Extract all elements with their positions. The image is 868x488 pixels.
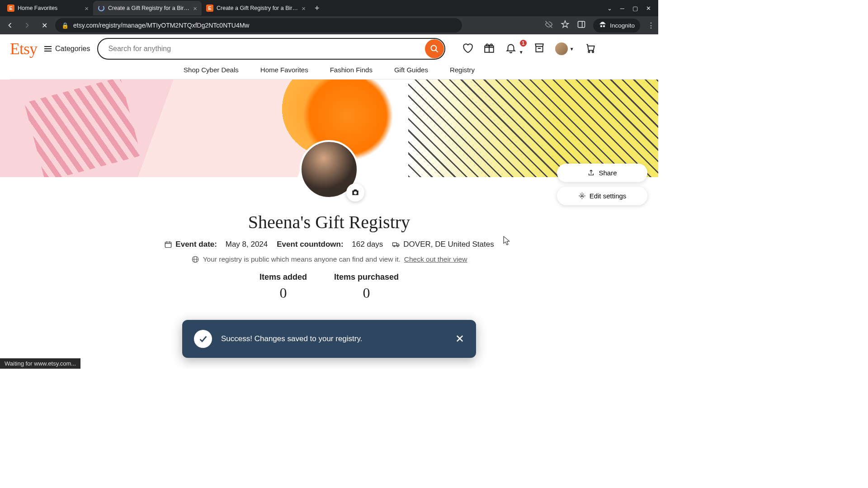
site-header: Etsy Categories 1 ▼ ▼ (0, 34, 658, 80)
svg-rect-0 (578, 21, 585, 27)
favorites-button[interactable] (462, 42, 473, 56)
view-public-link[interactable]: Check out their view (404, 255, 467, 263)
url-text: etsy.com/registry/manage/MTIyOTM2NTQxfDg… (73, 22, 249, 29)
close-tab-icon[interactable]: × (302, 5, 306, 12)
svg-point-2 (431, 46, 437, 51)
hamburger-icon (44, 46, 52, 52)
incognito-label: Incognito (610, 22, 635, 29)
search-container (97, 38, 445, 60)
reload-stop-button[interactable]: ✕ (38, 19, 51, 32)
search-input[interactable] (97, 38, 445, 60)
browser-tab[interactable]: E Home Favorites × (3, 1, 93, 15)
chevron-down-icon: ▼ (519, 50, 524, 55)
truck-icon (392, 240, 400, 249)
etsy-logo[interactable]: Etsy (10, 39, 37, 58)
loading-favicon (98, 5, 105, 12)
close-window-icon[interactable]: ✕ (646, 5, 651, 12)
incognito-icon (599, 21, 607, 30)
browser-tab-active[interactable]: Create a Gift Registry for a Birth… × (93, 1, 202, 15)
change-photo-button[interactable] (346, 183, 364, 202)
minimize-icon[interactable]: ─ (620, 5, 624, 12)
registry-title: Sheena's Gift Registry (0, 211, 658, 233)
event-location: DOVER, DE United States (392, 240, 494, 249)
checkmark-icon (194, 330, 212, 348)
close-tab-icon[interactable]: × (85, 5, 89, 12)
svg-point-16 (394, 245, 395, 247)
account-button[interactable]: ▼ (555, 42, 574, 55)
shop-button[interactable] (533, 42, 545, 56)
nav-fashion-finds[interactable]: Fashion Finds (330, 66, 373, 74)
categories-button[interactable]: Categories (44, 45, 90, 53)
etsy-favicon: E (206, 5, 213, 12)
browser-tab[interactable]: E Create a Gift Registry for a Birth… × (202, 1, 310, 15)
event-date: Event date: May 8, 2024 (164, 240, 268, 249)
avatar (555, 42, 568, 55)
close-tab-icon[interactable]: × (193, 5, 197, 12)
category-nav: Shop Cyber Deals Home Favorites Fashion … (10, 60, 648, 80)
calendar-icon (164, 240, 172, 249)
edit-settings-button[interactable]: Edit settings (557, 187, 647, 205)
camera-icon (351, 188, 360, 197)
cart-button[interactable] (584, 42, 596, 56)
nav-home-favorites[interactable]: Home Favorites (260, 66, 308, 74)
svg-point-7 (588, 51, 590, 52)
svg-rect-11 (165, 242, 172, 248)
chevron-down-icon: ▼ (570, 47, 574, 52)
toast-close-button[interactable]: ✕ (455, 333, 464, 345)
search-icon (430, 44, 439, 53)
share-icon (587, 169, 595, 177)
nav-cyber-deals[interactable]: Shop Cyber Deals (184, 66, 239, 74)
browser-status-bar: Waiting for www.etsy.com... (0, 358, 80, 369)
incognito-indicator[interactable]: Incognito (593, 19, 640, 33)
lock-icon: 🔒 (61, 22, 69, 29)
eye-blocked-icon[interactable] (544, 20, 553, 31)
share-label: Share (599, 169, 617, 177)
etsy-favicon: E (7, 5, 14, 12)
share-button[interactable]: Share (557, 164, 647, 182)
toast-message: Success! Changes saved to your registry. (221, 334, 446, 343)
window-controls: ⌄ ─ ▢ ✕ (607, 5, 656, 12)
svg-point-9 (354, 192, 357, 195)
svg-line-3 (436, 50, 438, 52)
success-toast: Success! Changes saved to your registry.… (182, 320, 476, 358)
svg-point-10 (581, 195, 583, 197)
notification-badge: 1 (520, 40, 527, 47)
side-panel-icon[interactable] (577, 20, 586, 31)
tab-overview-icon[interactable]: ⌄ (607, 5, 612, 12)
categories-label: Categories (55, 45, 90, 53)
stat-items-purchased: Items purchased 0 (334, 272, 399, 301)
browser-chrome: E Home Favorites × Create a Gift Registr… (0, 0, 658, 34)
tab-bar: E Home Favorites × Create a Gift Registr… (0, 0, 658, 16)
stat-items-added: Items added 0 (259, 272, 307, 301)
back-button[interactable] (4, 19, 16, 32)
bookmark-star-icon[interactable] (561, 20, 570, 31)
forward-button[interactable] (21, 19, 33, 32)
tab-title: Create a Gift Registry for a Birth… (108, 5, 190, 11)
svg-point-8 (592, 51, 594, 52)
notifications-button[interactable]: 1 ▼ (505, 42, 523, 56)
address-bar: ✕ 🔒 etsy.com/registry/manage/MTIyOTM2NTQ… (0, 16, 658, 34)
privacy-notice: Your registry is public which means anyo… (0, 255, 658, 263)
edit-label: Edit settings (590, 192, 627, 200)
new-tab-button[interactable]: + (310, 4, 324, 13)
tab-title: Home Favorites (18, 5, 81, 11)
svg-point-17 (397, 245, 399, 247)
url-field[interactable]: 🔒 etsy.com/registry/manage/MTIyOTM2NTQxf… (55, 18, 462, 33)
gear-icon (578, 192, 586, 200)
browser-menu-icon[interactable]: ⋮ (647, 21, 655, 30)
maximize-icon[interactable]: ▢ (632, 5, 638, 12)
nav-gift-guides[interactable]: Gift Guides (394, 66, 428, 74)
globe-icon (191, 255, 199, 263)
tab-title: Create a Gift Registry for a Birth… (217, 5, 298, 11)
gift-button[interactable] (483, 42, 495, 56)
nav-registry[interactable]: Registry (450, 66, 475, 74)
event-countdown: Event countdown: 162 days (277, 240, 383, 249)
